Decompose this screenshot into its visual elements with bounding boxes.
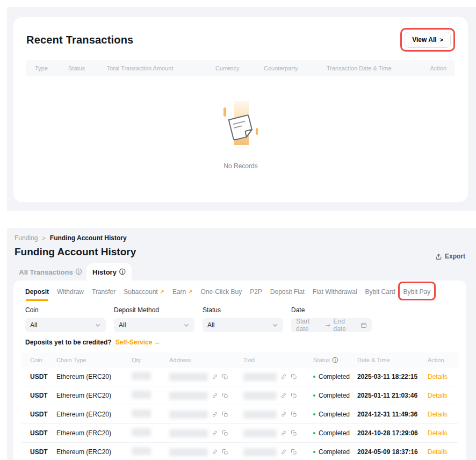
self-service-label: Self-Service xyxy=(116,339,153,346)
column-header: Status xyxy=(68,65,107,71)
link-icon[interactable] xyxy=(212,411,218,418)
link-icon[interactable] xyxy=(280,373,287,380)
coin-select[interactable]: All xyxy=(25,318,106,332)
copy-icon[interactable] xyxy=(222,392,228,399)
link-icon[interactable] xyxy=(280,430,287,436)
deposit-method-select[interactable]: All xyxy=(114,318,194,332)
link-icon[interactable] xyxy=(212,392,218,399)
recent-table-header: TypeStatusTotal Transaction AmountCurren… xyxy=(26,60,455,76)
history-subtab[interactable]: Bybit Pay xyxy=(403,288,431,296)
cell-txid xyxy=(243,448,313,456)
history-subtab[interactable]: Bybit Card xyxy=(365,288,395,296)
tab-history[interactable]: History ⓘ xyxy=(86,263,132,281)
link-icon[interactable] xyxy=(280,411,287,418)
filter-label: Status xyxy=(203,306,283,314)
redacted-qty xyxy=(132,391,151,399)
recent-transactions-section: Recent Transactions View All > TypeStatu… xyxy=(7,7,476,211)
cell-qty xyxy=(132,372,169,382)
cell-status: Completed xyxy=(313,373,357,380)
tab-all-transactions[interactable]: All Transactions ⓘ xyxy=(15,263,86,281)
cell-coin: USDT xyxy=(30,429,56,437)
column-header: Txid xyxy=(243,357,313,363)
history-subtab[interactable]: Deposit xyxy=(25,288,49,296)
cell-coin: USDT xyxy=(30,411,56,418)
redacted-address xyxy=(169,392,208,400)
history-subtab[interactable]: One-Click Buy xyxy=(200,288,242,296)
link-icon[interactable] xyxy=(212,449,218,455)
copy-icon[interactable] xyxy=(222,449,228,455)
cell-datetime: 2024-10-28 17:29:06 xyxy=(357,429,428,437)
details-link[interactable]: Details xyxy=(428,429,448,437)
history-subtab[interactable]: Subaccount ↗ xyxy=(124,288,164,296)
deposit-history-table: Coin Chain Type Qty xyxy=(21,353,458,460)
copy-icon[interactable] xyxy=(222,430,228,436)
copy-icon[interactable] xyxy=(291,411,297,418)
filter-coin: Coin All xyxy=(25,306,106,332)
status-dot-icon xyxy=(313,376,315,378)
details-link[interactable]: Details xyxy=(428,448,448,456)
status-dot-icon xyxy=(313,432,315,434)
history-subtab[interactable]: Deposit Fiat xyxy=(270,288,305,296)
cell-address xyxy=(169,373,243,381)
info-icon[interactable]: ⓘ xyxy=(332,356,338,364)
link-icon[interactable] xyxy=(212,430,218,436)
column-label: Chain Type xyxy=(56,357,86,363)
copy-icon[interactable] xyxy=(291,392,297,399)
cell-qty xyxy=(132,447,169,457)
history-subtab[interactable]: Earn ↗ xyxy=(172,288,193,296)
redacted-qty xyxy=(132,428,151,436)
cell-address xyxy=(169,411,243,419)
copy-icon[interactable] xyxy=(291,430,297,436)
table-header: Coin Chain Type Qty xyxy=(21,353,458,368)
link-icon[interactable] xyxy=(280,392,287,399)
link-icon[interactable] xyxy=(280,449,287,455)
cell-status: Completed xyxy=(313,411,357,418)
breadcrumb-separator-icon: > xyxy=(42,235,45,241)
details-link[interactable]: Details xyxy=(428,411,448,418)
export-button[interactable]: Export xyxy=(435,253,465,260)
column-header: Action xyxy=(414,65,446,71)
history-subtab[interactable]: Withdraw xyxy=(57,288,84,296)
details-link[interactable]: Details xyxy=(428,392,448,399)
cell-coin: USDT xyxy=(30,373,56,380)
filter-status: Status All xyxy=(203,306,283,332)
chevron-right-icon: > xyxy=(440,37,443,43)
status-text: Completed xyxy=(319,448,350,456)
history-subtab[interactable]: P2P xyxy=(250,288,262,296)
page: Recent Transactions View All > TypeStatu… xyxy=(0,0,476,460)
date-range-input[interactable]: Start date → End date xyxy=(291,318,372,332)
filter-date: Date Start date → End date xyxy=(291,306,372,332)
copy-icon[interactable] xyxy=(222,373,228,380)
cell-address xyxy=(169,392,243,400)
subtab-label: Bybit Pay xyxy=(403,288,431,296)
cell-address xyxy=(169,448,243,456)
copy-icon[interactable] xyxy=(291,449,297,455)
history-subtab[interactable]: Transfer xyxy=(92,288,116,296)
history-subtab[interactable]: Fiat Withdrawal xyxy=(313,288,357,296)
subtab-label: Deposit xyxy=(25,288,49,296)
subtab-label: One-Click Buy xyxy=(200,288,242,296)
details-link[interactable]: Details xyxy=(428,373,448,380)
subtab-label: Earn xyxy=(172,288,186,296)
breadcrumb-funding[interactable]: Funding xyxy=(15,234,38,242)
column-label: Txid xyxy=(243,357,255,363)
chevron-down-icon xyxy=(272,322,278,328)
table-row: USDT Ethereum (ERC20) xyxy=(21,368,458,386)
copy-icon[interactable] xyxy=(222,411,228,418)
column-header: Counterparty xyxy=(264,65,327,71)
link-icon[interactable] xyxy=(212,373,218,380)
cell-chain-type: Ethereum (ERC20) xyxy=(56,392,132,399)
status-dot-icon xyxy=(313,451,315,453)
status-select[interactable]: All xyxy=(203,318,283,332)
cell-chain-type: Ethereum (ERC20) xyxy=(56,429,132,437)
cell-chain-type: Ethereum (ERC20) xyxy=(56,373,132,380)
column-label: Status xyxy=(313,357,330,363)
self-service-link[interactable]: Self-Service → xyxy=(116,339,161,346)
column-header: Transaction Date & Time xyxy=(327,65,414,71)
page-title: Funding Account History xyxy=(15,246,136,258)
info-icon[interactable]: ⓘ xyxy=(119,268,126,277)
column-label: Action xyxy=(428,357,444,363)
copy-icon[interactable] xyxy=(291,373,297,380)
info-icon[interactable]: ⓘ xyxy=(76,268,82,277)
view-all-button[interactable]: View All > xyxy=(405,32,451,48)
